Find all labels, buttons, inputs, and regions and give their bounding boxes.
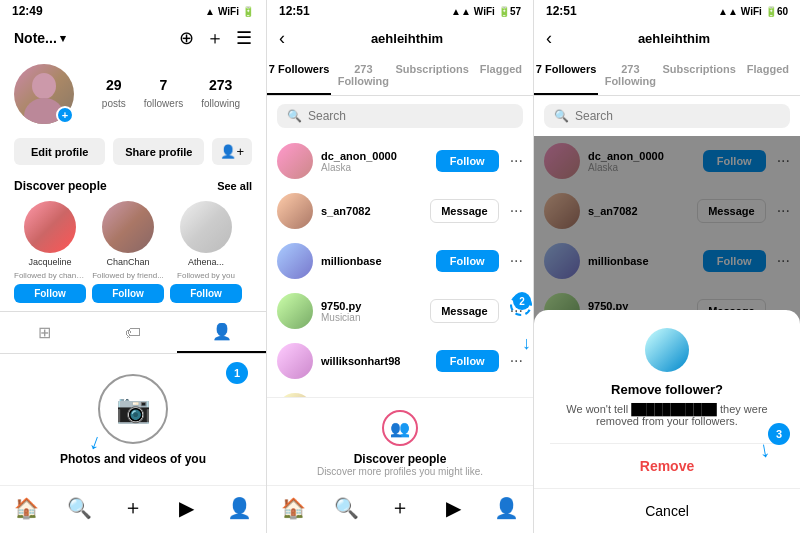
menu-icon[interactable]: ☰ — [236, 27, 252, 49]
step-badge-1: 1 — [226, 362, 248, 384]
ftab-subscriptions-3[interactable]: Subscriptions — [662, 55, 735, 95]
time-1: 12:49 — [12, 4, 43, 18]
nav-reels-2[interactable]: ▶ — [427, 494, 480, 521]
signal-icon: ▲ — [205, 6, 215, 17]
follower-list-2: dc_anon_0000 Alaska Follow ··· s_an7082 … — [267, 136, 533, 397]
more-button-1[interactable]: ··· — [510, 202, 523, 220]
follower-avatar-1 — [277, 193, 313, 229]
battery-icon-2: 🔋57 — [498, 6, 521, 17]
see-all-button[interactable]: See all — [217, 180, 252, 192]
p2-header: ‹ aehleihthim — [267, 22, 533, 55]
follower-item-4: williksonhart98 Follow ··· — [267, 336, 533, 386]
discover-title: Discover people — [14, 179, 107, 193]
nav-add-1[interactable]: ＋ — [106, 494, 159, 521]
discover-avatar-1 — [102, 201, 154, 253]
follow-action-2[interactable]: Follow — [436, 250, 499, 272]
nav-profile-2[interactable]: 👤 — [480, 494, 533, 521]
follow-button-1[interactable]: Follow — [92, 284, 164, 303]
nav-add-2[interactable]: ＋ — [373, 494, 426, 521]
follower-name-1: s_an7082 — [321, 205, 422, 217]
add-post-icon[interactable]: ＋ — [206, 26, 224, 50]
profile-buttons: Edit profile Share profile 👤+ — [0, 132, 266, 171]
ftab-flagged-3[interactable]: Flagged — [736, 55, 800, 95]
tab-person[interactable]: 👤 — [177, 312, 266, 353]
following-stat[interactable]: 273 following — [201, 77, 240, 111]
search-bar-2: 🔍 — [277, 104, 523, 128]
remove-avatar — [645, 328, 689, 372]
discover-avatar-0 — [24, 201, 76, 253]
photo-placeholder: 📷 Photos and videos of you 1 ↓ — [0, 354, 266, 485]
status-icons-2: ▲▲ WiFi 🔋57 — [451, 6, 521, 17]
message-action-1[interactable]: Message — [430, 199, 498, 223]
more-button-2[interactable]: ··· — [510, 252, 523, 270]
remove-follower-modal: Remove follower? We won't tell █████████… — [534, 310, 800, 533]
photo-text: Photos and videos of you — [60, 452, 206, 466]
follower-name-2: millionbase — [321, 255, 428, 267]
ftab-following-3[interactable]: 273 Following — [598, 55, 662, 95]
follower-sub-3: Musician — [321, 312, 422, 323]
ftab-following-2[interactable]: 273 Following — [331, 55, 395, 95]
followers-tabs-2: 7 Followers 273 Following Subscriptions … — [267, 55, 533, 96]
follow-button-2[interactable]: Follow — [170, 284, 242, 303]
tab-grid[interactable]: ⊞ — [0, 312, 89, 353]
add-story-button[interactable]: + — [56, 106, 74, 124]
nav-search-2[interactable]: 🔍 — [320, 494, 373, 521]
ftab-followers-2[interactable]: 7 Followers — [267, 55, 331, 95]
nav-reels-1[interactable]: ▶ — [160, 494, 213, 521]
battery-icon-3: 🔋60 — [765, 6, 788, 17]
follower-avatar-3 — [277, 293, 313, 329]
follower-name-4: williksonhart98 — [321, 355, 428, 367]
ftab-subscriptions-2[interactable]: Subscriptions — [395, 55, 468, 95]
nav-profile-1[interactable]: 👤 — [213, 494, 266, 521]
discover-header: Discover people See all — [0, 171, 266, 197]
chevron-down-icon[interactable]: ▾ — [60, 32, 66, 45]
time-3: 12:51 — [546, 4, 577, 18]
discover-name-1: ChanChan — [92, 257, 164, 267]
tab-tag[interactable]: 🏷 — [89, 312, 178, 353]
time-2: 12:51 — [279, 4, 310, 18]
follower-item-1: s_an7082 Message ··· — [267, 186, 533, 236]
search-input-3[interactable] — [575, 109, 780, 123]
follower-info-1: s_an7082 — [321, 205, 422, 217]
more-button-0[interactable]: ··· — [510, 152, 523, 170]
discover-person-2: Athena... Followed by you Follow — [170, 201, 242, 303]
follower-info-3: 9750.py Musician — [321, 300, 422, 323]
ftab-flagged-2[interactable]: Flagged — [469, 55, 533, 95]
p3-header: ‹ aehleihthim — [534, 22, 800, 55]
message-action-3[interactable]: Message — [430, 299, 498, 323]
status-bar-3: 12:51 ▲▲ WiFi 🔋60 — [534, 0, 800, 22]
remove-desc: We won't tell ███████████ they were remo… — [550, 403, 784, 427]
follow-action-4[interactable]: Follow — [436, 350, 499, 372]
follow-action-0[interactable]: Follow — [436, 150, 499, 172]
search-input-2[interactable] — [308, 109, 513, 123]
p3-content: dc_anon_0000 Alaska Follow ··· s_an7082 … — [534, 136, 800, 533]
edit-profile-button[interactable]: Edit profile — [14, 138, 105, 165]
username-label: Note... — [14, 30, 57, 46]
discover-name-2: Athena... — [170, 257, 242, 267]
ftab-followers-3[interactable]: 7 Followers — [534, 55, 598, 95]
remove-desc-before: We won't tell — [566, 403, 631, 415]
follower-info-2: millionbase — [321, 255, 428, 267]
dotted-circle-2 — [510, 294, 532, 316]
share-profile-button[interactable]: Share profile — [113, 138, 204, 165]
wifi-icon-3: WiFi — [741, 6, 762, 17]
wifi-icon: WiFi — [218, 6, 239, 17]
add-person-button[interactable]: 👤+ — [212, 138, 252, 165]
follower-avatar-2 — [277, 243, 313, 279]
discover-people-icon: 👥 — [382, 410, 418, 446]
threads-icon[interactable]: ⊕ — [179, 27, 194, 49]
nav-home-1[interactable]: 🏠 — [0, 494, 53, 521]
follower-name-3: 9750.py — [321, 300, 422, 312]
discover-sub-0: Followed by chand... — [14, 271, 86, 280]
content-tabs: ⊞ 🏷 👤 — [0, 311, 266, 354]
back-button-2[interactable]: ‹ — [279, 28, 285, 49]
follower-item-0: dc_anon_0000 Alaska Follow ··· — [267, 136, 533, 186]
followers-stat[interactable]: 7 followers — [144, 77, 183, 111]
panel-1: 12:49 ▲ WiFi 🔋 Note... ▾ ⊕ ＋ ☰ + 29 — [0, 0, 267, 533]
cancel-button[interactable]: Cancel — [534, 488, 800, 533]
follow-button-0[interactable]: Follow — [14, 284, 86, 303]
back-button-3[interactable]: ‹ — [546, 28, 552, 49]
more-button-4[interactable]: ··· — [510, 352, 523, 370]
nav-search-1[interactable]: 🔍 — [53, 494, 106, 521]
nav-home-2[interactable]: 🏠 — [267, 494, 320, 521]
